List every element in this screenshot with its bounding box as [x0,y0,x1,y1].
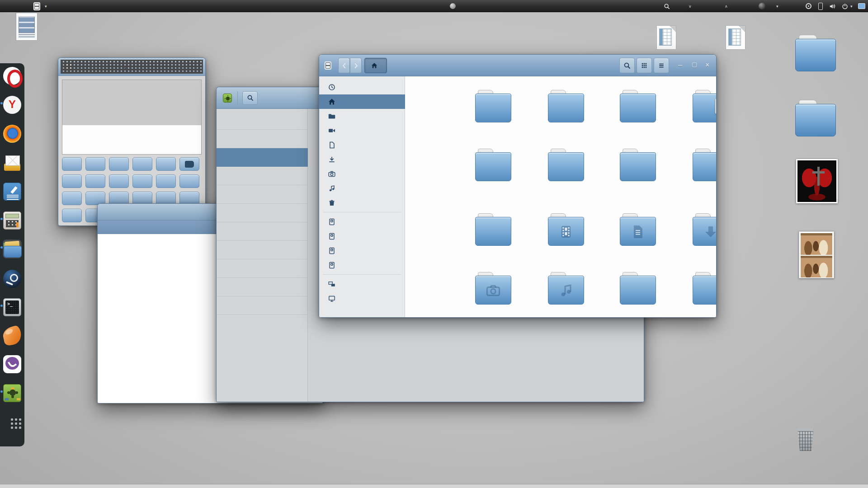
dock-item-mail[interactable] [3,154,21,172]
net-speed-down[interactable]: ∨ [686,0,692,12]
calc-key-1[interactable] [62,192,82,205]
nautilus-content[interactable] [405,76,716,317]
calc-key-6[interactable] [109,174,129,188]
maximize-button[interactable]: ▢ [692,61,697,67]
net-speed-up[interactable]: ∧ [722,0,728,12]
sidebar-item-recent[interactable] [319,80,405,94]
calc-key-4[interactable] [62,174,82,188]
sidebar-item-documents[interactable] [319,138,405,152]
calc-key-backspace[interactable] [179,157,199,171]
calc-key-7[interactable] [62,157,82,171]
forward-button[interactable] [350,58,362,73]
desktop-icon-scanned-document[interactable] [798,231,835,281]
calc-key-0[interactable] [62,209,82,222]
search-button[interactable] [242,91,258,105]
dock-item-clementine[interactable] [3,327,21,345]
sidebar-item-volume-10gb-2[interactable] [319,244,405,258]
file-item[interactable] [532,94,600,125]
file-item[interactable] [459,217,527,249]
desktop-icon-spreadsheet[interactable] [656,25,676,50]
display-indicator[interactable] [858,0,865,12]
file-item[interactable] [677,276,717,307]
volume-indicator[interactable] [829,0,835,12]
file-item[interactable] [532,217,600,249]
minimize-button[interactable]: – [678,61,682,69]
tweaks-nav-appearance[interactable] [217,148,308,167]
file-item[interactable] [459,276,527,307]
grid-view-button[interactable] [637,58,652,73]
location-indicator[interactable] [806,0,811,12]
desktop-icon-dragon-jpg[interactable] [795,159,839,206]
device-indicator[interactable] [818,0,823,12]
clock[interactable] [344,0,434,12]
sidebar-item-desktop[interactable] [319,109,405,123]
calculator-input[interactable] [62,125,202,155]
sidebar-item-volume-289gb[interactable] [319,215,405,229]
tweaks-nav-workspaces[interactable] [217,222,308,241]
sidebar-item-computer[interactable] [319,258,405,272]
keyboard-layout[interactable]: ▾ [774,0,778,12]
back-button[interactable] [338,58,350,73]
dock-item-app-grid[interactable] [3,413,21,432]
weather-indicator[interactable] [450,0,458,12]
search-button[interactable] [664,0,670,12]
calc-key-divide[interactable] [132,157,152,171]
file-item[interactable] [604,94,672,125]
calc-key-open-paren[interactable] [156,174,176,188]
file-item[interactable] [459,94,527,125]
sidebar-item-home[interactable] [319,94,405,109]
dock-item-terminal[interactable] [3,298,21,316]
tray-app-indicator[interactable] [759,0,765,12]
dock-item-firefox[interactable] [3,125,21,143]
tweaks-nav-power[interactable] [217,296,308,315]
calc-key-8[interactable] [85,157,105,171]
dock-item-files[interactable] [3,240,21,258]
desktop-icon-rabota[interactable] [795,104,836,139]
desktop-icon-october-ods[interactable] [704,25,767,51]
calc-key-9[interactable] [109,157,129,171]
file-item[interactable] [677,94,717,125]
sidebar-item-music[interactable] [319,181,405,196]
sidebar-item-network[interactable] [319,277,405,291]
tweaks-nav-keyboard-mouse[interactable] [217,185,308,204]
dock-item-calculator[interactable] [3,211,21,230]
sidebar-item-connect[interactable] [319,291,405,306]
tweaks-nav-autostart[interactable] [217,111,308,130]
sidebar-item-videos[interactable] [319,123,405,138]
calc-key-5[interactable] [85,174,105,188]
dock-item-opera[interactable] [3,67,21,85]
search-button[interactable] [619,58,635,73]
file-item[interactable] [459,152,527,184]
desktop-icon-steam-games[interactable] [795,39,836,74]
calc-key-multiply[interactable] [132,174,152,188]
file-item[interactable] [677,152,717,184]
dock-item-steam[interactable] [3,270,21,288]
file-item[interactable] [604,276,672,307]
desktop-icon-trash[interactable] [778,428,833,453]
tweaks-nav-keyboard[interactable] [217,167,308,185]
app-menu[interactable]: ▾ [33,0,47,12]
system-menu[interactable]: ▾ [842,0,853,12]
tweaks-nav-extensions[interactable] [217,259,308,278]
calc-key-close-paren[interactable] [179,174,199,188]
breadcrumb[interactable] [364,58,387,73]
file-item[interactable] [532,152,600,184]
sidebar-item-trash[interactable] [319,196,405,210]
list-view-button[interactable] [654,58,669,73]
sidebar-item-pictures[interactable] [319,167,405,181]
tweaks-nav-windows[interactable] [217,204,308,222]
close-button[interactable]: × [705,61,709,69]
file-item[interactable] [604,152,672,184]
tweaks-nav-top-panel[interactable] [217,130,308,148]
dock-item-hardinfo[interactable] [3,384,21,402]
dock-item-viber[interactable] [3,355,21,373]
sidebar-item-downloads[interactable] [319,152,405,167]
dock-item-text-editor[interactable] [3,183,21,201]
file-item[interactable] [604,217,672,249]
calc-key-undo[interactable] [156,157,176,171]
file-item[interactable] [532,276,600,307]
dock-item-yandex-browser[interactable]: Y [3,96,21,114]
tweaks-nav-desktop[interactable] [217,241,308,259]
file-item[interactable] [677,217,717,249]
sidebar-item-volume-10gb-1[interactable] [319,229,405,244]
